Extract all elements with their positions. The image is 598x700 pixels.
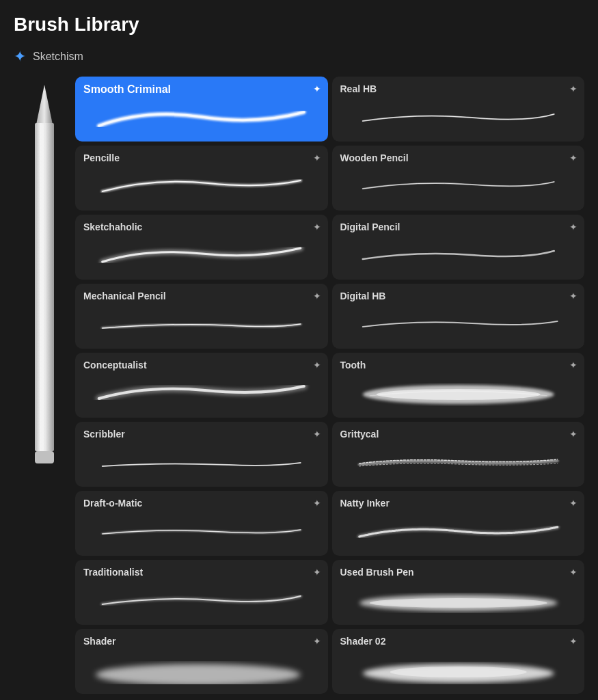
brush-name: Wooden Pencil: [340, 152, 577, 163]
brush-arrow-icon: ✦: [569, 291, 577, 301]
brush-name: Grittycal: [340, 429, 577, 440]
svg-rect-1: [35, 123, 54, 451]
brush-arrow-icon: ✦: [313, 291, 321, 301]
brush-arrow-icon: ✦: [313, 152, 321, 163]
brush-name: Used Brush Pen: [340, 567, 577, 578]
brush-name: Real HB: [340, 83, 577, 94]
brush-name: Tooth: [340, 360, 577, 371]
brush-arrow-icon: ✦: [313, 83, 321, 94]
brush-stroke-preview: [340, 98, 577, 134]
brush-arrow-icon: ✦: [569, 83, 577, 94]
brush-item-traditionalist[interactable]: Traditionalist ✦: [75, 560, 328, 625]
brush-name: Digital Pencil: [340, 221, 577, 232]
brush-arrow-icon: ✦: [569, 429, 577, 440]
brush-name: Natty Inker: [340, 498, 577, 509]
brush-item-shader-02[interactable]: Shader 02 ✦: [332, 629, 585, 694]
brush-arrow-icon: ✦: [569, 152, 577, 163]
brush-name: Mechanical Pencil: [83, 291, 320, 301]
brush-item-conceptualist[interactable]: Conceptualist ✦: [75, 353, 328, 418]
brush-arrow-icon: ✦: [313, 429, 321, 440]
svg-point-8: [96, 664, 301, 684]
brush-stroke-preview: [83, 513, 320, 548]
brush-stroke-preview: [83, 237, 320, 272]
brush-stroke-preview: [340, 375, 577, 410]
brush-arrow-icon: ✦: [569, 360, 577, 371]
brush-stroke-preview: [83, 375, 320, 410]
brush-item-draft-o-matic[interactable]: Draft-o-Matic ✦: [75, 491, 328, 556]
category-label: Sketchism: [33, 51, 83, 63]
brush-name: Digital HB: [340, 291, 577, 301]
brush-name: Pencille: [83, 152, 320, 163]
brush-grid: Smooth Criminal ✦ Real HB ✦ Pencille ✦: [75, 77, 584, 694]
brush-item-pencille[interactable]: Pencille ✦: [75, 146, 328, 211]
brush-item-scribbler[interactable]: Scribbler ✦: [75, 422, 328, 487]
pencil-illustration: [14, 77, 75, 694]
brush-arrow-icon: ✦: [569, 221, 577, 232]
brush-arrow-icon: ✦: [313, 360, 321, 371]
brush-name: Draft-o-Matic: [83, 498, 320, 509]
brush-item-tooth[interactable]: Tooth ✦: [332, 353, 585, 418]
brush-item-grittycal[interactable]: Grittycal ✦: [332, 422, 585, 487]
brush-item-digital-hb[interactable]: Digital HB ✦: [332, 284, 585, 349]
brush-stroke-preview: [83, 444, 320, 479]
brush-stroke-preview: [83, 167, 320, 203]
brush-stroke-preview: [83, 306, 320, 341]
brush-item-natty-inker[interactable]: Natty Inker ✦: [332, 491, 585, 556]
brush-item-real-hb[interactable]: Real HB ✦: [332, 77, 585, 142]
brush-name: Conceptualist: [83, 360, 320, 371]
svg-point-10: [390, 667, 526, 677]
svg-rect-3: [35, 451, 54, 463]
brush-stroke-preview: [340, 444, 577, 479]
brush-stroke-preview: [340, 651, 577, 686]
brush-stroke-preview: [340, 306, 577, 341]
brush-item-wooden-pencil[interactable]: Wooden Pencil ✦: [332, 146, 585, 211]
brush-name: Shader: [83, 636, 320, 647]
category-icon: ✦: [14, 48, 26, 66]
brush-stroke-preview: [340, 237, 577, 272]
brush-stroke-preview: [340, 513, 577, 548]
brush-arrow-icon: ✦: [313, 221, 321, 232]
brush-item-sketchaholic[interactable]: Sketchaholic ✦: [75, 215, 328, 280]
svg-marker-0: [36, 85, 53, 124]
brush-item-mechanical-pencil[interactable]: Mechanical Pencil ✦: [75, 284, 328, 349]
brush-name: Smooth Criminal: [83, 83, 320, 96]
brush-item-digital-pencil[interactable]: Digital Pencil ✦: [332, 215, 585, 280]
brush-stroke-preview: [83, 582, 320, 617]
brush-arrow-icon: ✦: [569, 498, 577, 509]
brush-name: Sketchaholic: [83, 221, 320, 232]
brush-name: Scribbler: [83, 429, 320, 440]
brush-item-shader[interactable]: Shader ✦: [75, 629, 328, 694]
brush-stroke-preview: [340, 582, 577, 617]
brush-stroke-preview: [83, 100, 320, 135]
brush-item-used-brush-pen[interactable]: Used Brush Pen ✦: [332, 560, 585, 625]
brush-arrow-icon: ✦: [569, 636, 577, 647]
brush-name: Traditionalist: [83, 567, 320, 578]
brush-stroke-preview: [83, 651, 320, 686]
brush-arrow-icon: ✦: [569, 567, 577, 578]
brush-arrow-icon: ✦: [313, 567, 321, 578]
brush-arrow-icon: ✦: [313, 636, 321, 647]
svg-point-7: [369, 598, 547, 608]
brush-arrow-icon: ✦: [313, 498, 321, 509]
page-title: Brush Library: [14, 14, 584, 36]
brush-name: Shader 02: [340, 636, 577, 647]
brush-stroke-preview: [340, 167, 577, 203]
brush-item-smooth-criminal[interactable]: Smooth Criminal ✦: [75, 77, 328, 142]
